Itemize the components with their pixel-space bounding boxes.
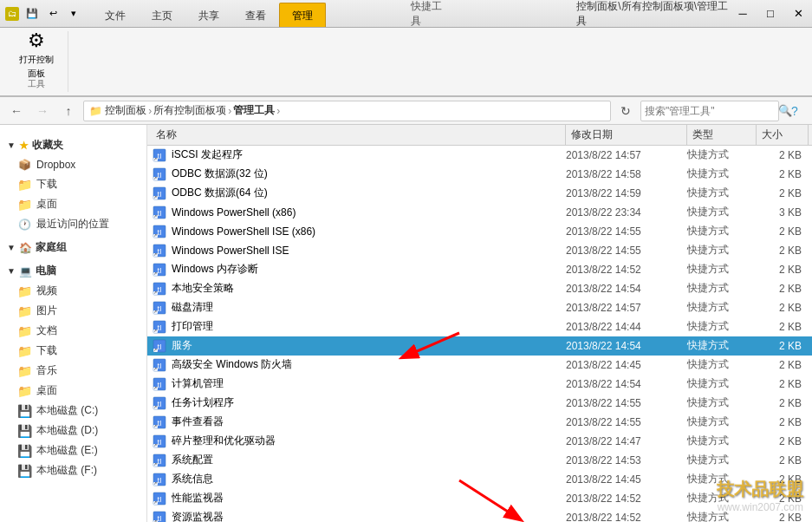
tab-home[interactable]: 主页	[139, 3, 185, 27]
star-icon: ★	[19, 140, 29, 152]
svg-text:tI: tI	[157, 476, 161, 485]
sidebar-item-drive-f[interactable]: 💾 本地磁盘 (F:)	[0, 460, 146, 480]
table-row[interactable]: tI ↗ iSCSI 发起程序 2013/8/22 14:57 快捷方式 2 K…	[147, 146, 812, 165]
tab-file[interactable]: 文件	[92, 3, 139, 27]
svg-text:↗: ↗	[153, 290, 157, 295]
main-area: ▼ ★ 收藏夹 📦 Dropbox 📁 下载 📁 桌面 🕐	[0, 125, 812, 522]
ribbon-btns-tools: ⚙ 打开控制 面板	[12, 33, 61, 76]
refresh-button[interactable]: ↻	[614, 100, 637, 122]
pictures-label: 图片	[36, 303, 57, 318]
svg-text:tI: tI	[157, 495, 161, 504]
sidebar-item-downloads[interactable]: 📁 下载	[0, 174, 146, 194]
table-row[interactable]: tI ↗ 磁盘清理 2013/8/22 14:57 快捷方式 2 KB	[147, 298, 812, 317]
file-type: 快捷方式	[687, 166, 757, 181]
svg-text:↗: ↗	[153, 175, 157, 180]
svg-text:tI: tI	[157, 285, 161, 294]
table-row[interactable]: tI ↗ 资源监视器 2013/8/22 14:52 快捷方式 2 KB	[147, 508, 812, 522]
table-row[interactable]: tI ↗ Windows PowerShell (x86) 2013/8/22 …	[147, 203, 812, 222]
sidebar-item-desktop2[interactable]: 📁 桌面	[0, 381, 146, 401]
minimize-button[interactable]: ─	[729, 0, 757, 28]
file-name: 服务	[172, 338, 566, 353]
sidebar-item-downloads2[interactable]: 📁 下载	[0, 341, 146, 361]
sidebar-item-drive-e[interactable]: 💾 本地磁盘 (E:)	[0, 440, 146, 460]
window-controls: ─ □ ✕	[729, 0, 812, 27]
table-row[interactable]: tI ↗ Windows PowerShell ISE (x86) 2013/8…	[147, 222, 812, 241]
sidebar-computer-header[interactable]: ▼ 💻 电脑	[0, 261, 146, 281]
sidebar-item-music[interactable]: 📁 音乐	[0, 361, 146, 381]
file-size: 2 KB	[757, 168, 809, 180]
col-header-type[interactable]: 类型	[687, 125, 757, 145]
col-header-size[interactable]: 大小	[757, 125, 809, 145]
tab-view[interactable]: 查看	[232, 3, 279, 27]
file-size: 2 KB	[757, 397, 809, 409]
help-button[interactable]: ?	[783, 97, 807, 125]
file-name: 系统配置	[172, 453, 566, 467]
tab-share[interactable]: 共享	[185, 3, 232, 27]
table-row[interactable]: tI ↗ 系统配置 2013/8/22 14:53 快捷方式 2 KB	[147, 451, 812, 470]
back-button[interactable]: ←	[5, 100, 28, 122]
sidebar-item-drive-c[interactable]: 💾 本地磁盘 (C:)	[0, 401, 146, 421]
sidebar-item-dropbox[interactable]: 📦 Dropbox	[0, 155, 146, 174]
homegroup-icon: 🏠	[19, 242, 32, 254]
table-row[interactable]: tI ↗ Windows PowerShell ISE 2013/8/22 14…	[147, 241, 812, 260]
table-row[interactable]: tI ↗ 打印管理 2013/8/22 14:44 快捷方式 2 KB	[147, 317, 812, 336]
table-row[interactable]: tI ↗ Windows 内存诊断 2013/8/22 14:52 快捷方式 2…	[147, 260, 812, 279]
svg-text:↗: ↗	[153, 309, 157, 314]
table-row[interactable]: tI ↗ ODBC 数据源(64 位) 2013/8/22 14:59 快捷方式…	[147, 184, 812, 203]
table-row[interactable]: tI ↗ 性能监视器 2013/8/22 14:52 快捷方式 2 KB	[147, 489, 812, 508]
table-row[interactable]: tI ↗ ODBC 数据源(32 位) 2013/8/22 14:58 快捷方式…	[147, 165, 812, 184]
qat-dropdown[interactable]: ▾	[64, 4, 83, 23]
file-size: 2 KB	[757, 378, 809, 390]
table-row[interactable]: tI ↗ 系统信息 2013/8/22 14:45 快捷方式 2 KB	[147, 470, 812, 489]
tab-manage[interactable]: 管理	[279, 3, 326, 27]
file-name: 任务计划程序	[172, 395, 566, 410]
sidebar-item-drive-d[interactable]: 💾 本地磁盘 (D:)	[0, 421, 146, 440]
sidebar-item-docs[interactable]: 📁 文档	[0, 321, 146, 341]
file-icon: tI ↗	[151, 375, 168, 393]
search-input[interactable]	[645, 105, 775, 117]
file-type: 快捷方式	[687, 300, 757, 315]
table-row[interactable]: tI ↗ 任务计划程序 2013/8/22 14:55 快捷方式 2 KB	[147, 394, 812, 413]
table-row[interactable]: tI ↗ 高级安全 Windows 防火墙 2013/8/22 14:45 快捷…	[147, 356, 812, 375]
videos-label: 视频	[36, 284, 57, 298]
table-row[interactable]: tI ↗ 事件查看器 2013/8/22 14:55 快捷方式 2 KB	[147, 413, 812, 432]
maximize-button[interactable]: □	[757, 0, 784, 28]
file-type: 快捷方式	[687, 262, 757, 277]
svg-text:↗: ↗	[153, 232, 157, 238]
close-button[interactable]: ✕	[784, 0, 812, 28]
sidebar-favorites-header[interactable]: ▼ ★ 收藏夹	[0, 135, 146, 155]
breadcrumb[interactable]: 📁 名称 控制面板 › 所有控制面板项 › 管理工具 ›	[83, 101, 611, 121]
file-icon: tI ↗	[151, 318, 168, 336]
file-icon: tI ↗	[151, 509, 168, 523]
file-name: 碎片整理和优化驱动器	[172, 434, 566, 448]
file-icon: tI ↗	[151, 261, 168, 278]
file-date: 2013/8/22 14:58	[566, 168, 687, 180]
col-header-date[interactable]: 修改日期	[566, 125, 687, 145]
up-button[interactable]: ↑	[57, 100, 80, 122]
svg-text:↗: ↗	[153, 404, 157, 409]
ribbon-btn-open-panel[interactable]: ⚙ 打开控制 面板	[12, 36, 61, 74]
svg-text:↗: ↗	[153, 423, 157, 428]
music-icon: 📁	[17, 364, 31, 378]
col-header-name[interactable]: 名称	[151, 125, 566, 145]
sidebar-item-videos[interactable]: 📁 视频	[0, 281, 146, 301]
docs-label: 文档	[36, 323, 57, 338]
file-name: 磁盘清理	[172, 300, 566, 315]
qat-save[interactable]: 💾	[23, 4, 42, 23]
table-row[interactable]: tI ↗ 计算机管理 2013/8/22 14:54 快捷方式 2 KB	[147, 375, 812, 394]
sidebar-homegroup-header[interactable]: ▼ 🏠 家庭组	[0, 238, 146, 258]
sidebar: ▼ ★ 收藏夹 📦 Dropbox 📁 下载 📁 桌面 🕐	[0, 125, 147, 522]
file-date: 2013/8/22 14:52	[566, 512, 687, 523]
sidebar-item-desktop[interactable]: 📁 桌面	[0, 194, 146, 214]
file-type: 快捷方式	[687, 186, 757, 200]
table-row[interactable]: tI ↗ 本地安全策略 2013/8/22 14:54 快捷方式 2 KB	[147, 279, 812, 298]
table-row[interactable]: tI ↗ 碎片整理和优化驱动器 2013/8/22 14:47 快捷方式 2 K…	[147, 432, 812, 451]
sidebar-item-pictures[interactable]: 📁 图片	[0, 301, 146, 321]
sidebar-section-favorites: ▼ ★ 收藏夹 📦 Dropbox 📁 下载 📁 桌面 🕐	[0, 135, 146, 234]
forward-button[interactable]: →	[31, 100, 54, 122]
sidebar-item-recent[interactable]: 🕐 最近访问的位置	[0, 214, 146, 234]
file-name: ODBC 数据源(32 位)	[172, 166, 566, 181]
table-row[interactable]: tI ↗ 服务 2013/8/22 14:54 快捷方式 2 KB	[147, 336, 812, 356]
qat-undo[interactable]: ↩	[43, 4, 62, 23]
docs-icon: 📁	[17, 324, 31, 338]
